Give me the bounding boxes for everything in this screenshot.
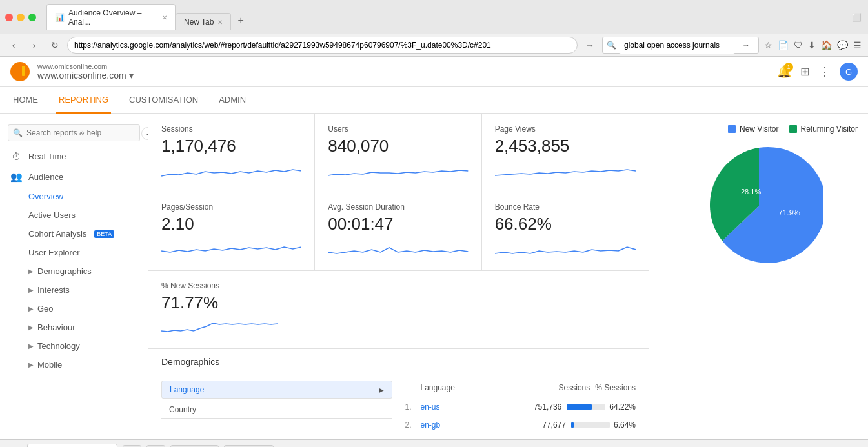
sidebar-item-active-users[interactable]: Active Users [0, 206, 148, 224]
new-tab-button[interactable]: + [231, 11, 250, 30]
nav-reporting[interactable]: REPORTING [56, 87, 111, 114]
new-sessions-value: 71.77% [161, 293, 636, 313]
metric-pages-session: Pages/Session 2.10 [148, 192, 315, 270]
demographics-section: Demographics Language ▶ Country [148, 349, 649, 439]
chevron-right-icon: ▶ [28, 305, 34, 312]
shield-icon[interactable]: 🛡 [792, 39, 804, 52]
lang-link-1[interactable]: en-us [421, 402, 440, 412]
sidebar-item-overview[interactable]: Overview [0, 187, 148, 206]
lang-link-2[interactable]: en-gb [421, 421, 441, 430]
pageviews-sparkline [495, 160, 636, 179]
sidebar-item-behaviour[interactable]: ▶ Behaviour [0, 318, 148, 337]
new-sessions-sparkline [161, 317, 278, 336]
new-sessions-row: % New Sessions 71.77% [148, 271, 649, 349]
sidebar-item-mobile[interactable]: ▶ Mobile [0, 355, 148, 374]
sidebar-item-geo[interactable]: ▶ Geo [0, 299, 148, 318]
tab-close-icon[interactable]: ✕ [162, 14, 167, 21]
user-explorer-label: User Explorer [28, 248, 79, 257]
language-arrow-icon: ▶ [379, 386, 384, 393]
bounce-rate-label: Bounce Rate [495, 203, 636, 212]
url-bar[interactable] [67, 37, 578, 54]
new-sessions-label: % New Sessions [161, 281, 636, 290]
col-sessions: Sessions [559, 383, 590, 392]
demographics-cols: Language ▶ Country [161, 381, 636, 433]
language-filter-item[interactable]: Language ▶ [161, 381, 392, 399]
go-button[interactable]: → [581, 37, 598, 54]
browser-search-input[interactable] [619, 37, 735, 54]
refresh-button[interactable]: ↻ [46, 37, 63, 54]
window-controls [5, 14, 36, 21]
sidebar-audience-sub: Overview Active Users Cohort Analysis BE… [0, 187, 148, 374]
interests-label: Interests [37, 285, 70, 295]
sidebar-item-audience[interactable]: 👥 Audience [0, 166, 148, 187]
account-dropdown-icon[interactable]: ▾ [129, 70, 134, 81]
realtime-icon: ⏱ [10, 151, 22, 162]
reader-icon[interactable]: 📄 [776, 39, 790, 52]
forward-button[interactable]: › [26, 37, 43, 54]
behaviour-label: Behaviour [37, 323, 76, 332]
apps-grid-button[interactable]: ⊞ [800, 65, 810, 79]
nav-admin[interactable]: ADMIN [216, 87, 248, 114]
sidebar-search: 🔍 [8, 124, 140, 141]
bounce-rate-sparkline [495, 238, 636, 257]
sidebar-item-user-explorer[interactable]: User Explorer [0, 243, 148, 262]
pie-chart-container: 71.9% 28.1% [660, 141, 858, 270]
sessions-val-2: 77,677 [542, 421, 566, 430]
users-label: Users [328, 124, 468, 134]
browser-toolbar: ‹ › ↻ → 🔍 → ☆ 📄 🛡 ⬇ 🏠 💬 ☰ [0, 34, 868, 56]
download-icon[interactable]: ⬇ [807, 39, 817, 52]
nav-customisation[interactable]: CUSTOMISATION [126, 87, 201, 114]
country-filter-label: Country [169, 405, 196, 414]
restore-window-button[interactable]: ⬜ [851, 12, 863, 23]
sidebar-item-interests[interactable]: ▶ Interests [0, 281, 148, 299]
notification-button[interactable]: 🔔 1 [777, 65, 791, 79]
content-wrapper: Sessions 1,170,476 Users 840,070 [148, 114, 868, 439]
back-button[interactable]: ‹ [5, 37, 22, 54]
legend-new-visitor: New Visitor [728, 124, 778, 134]
search-submit-button[interactable]: → [738, 37, 754, 54]
minimize-window-button[interactable] [17, 14, 25, 21]
country-filter-item[interactable]: Country [161, 401, 392, 419]
ga-account-url: www.omicsonline.com [37, 63, 134, 70]
legend-returning-visitor: Returning Visitor [789, 124, 858, 134]
sidebar-item-cohort-analysis[interactable]: Cohort Analysis BETA [0, 224, 148, 243]
sidebar-item-demographics[interactable]: ▶ Demographics [0, 262, 148, 281]
bookmark-icon[interactable]: ☆ [763, 39, 774, 52]
technology-label: Technology [37, 341, 80, 351]
returning-visitor-color [789, 125, 797, 133]
beta-badge: BETA [94, 230, 114, 238]
ga-content: Sessions 1,170,476 Users 840,070 [148, 114, 868, 439]
sessions-val-1: 751,736 [534, 402, 561, 412]
chat-icon[interactable]: 💬 [836, 39, 849, 52]
sidebar-collapse-button[interactable]: ◂ [141, 127, 148, 140]
browser-bottom-bar: ✕ ▲ ▼ Highlight All Match Case 2 of 2 ma… [0, 439, 868, 447]
avatar[interactable]: G [840, 63, 858, 81]
ga-nav: HOME REPORTING CUSTOMISATION ADMIN [0, 87, 868, 114]
nav-home[interactable]: HOME [10, 87, 41, 114]
inactive-tab-close-icon[interactable]: ✕ [217, 19, 223, 26]
users-value: 840,070 [328, 136, 468, 156]
demographics-header: Demographics [161, 349, 636, 375]
close-window-button[interactable] [5, 14, 13, 21]
new-visitor-pct-label: 71.9% [778, 208, 800, 217]
inactive-tab[interactable]: New Tab ✕ [176, 13, 231, 30]
metric-users: Users 840,070 [315, 114, 481, 192]
svg-rect-2 [22, 66, 25, 76]
more-options-button[interactable]: ⋮ [819, 65, 831, 79]
demographics-title: Demographics [161, 357, 219, 367]
returning-visitor-label: Returning Visitor [801, 124, 858, 134]
pageviews-value: 2,453,855 [495, 136, 636, 156]
home-icon[interactable]: 🏠 [820, 39, 833, 52]
sidebar-item-realtime[interactable]: ⏱ Real Time [0, 146, 148, 166]
close-find-button[interactable]: ✕ [5, 442, 22, 447]
search-input[interactable] [8, 124, 140, 141]
menu-icon[interactable]: ☰ [852, 39, 863, 52]
find-in-page-input[interactable] [27, 444, 117, 447]
inactive-tab-title: New Tab [184, 17, 214, 26]
sidebar-item-technology[interactable]: ▶ Technology [0, 337, 148, 355]
maximize-window-button[interactable] [28, 14, 36, 21]
pages-session-sparkline [161, 238, 301, 257]
active-tab[interactable]: 📊 Audience Overview – Anal... ✕ [46, 4, 176, 30]
ga-main: ◂ 🔍 ⏱ Real Time 👥 Audience Overview [0, 114, 868, 439]
chevron-right-icon: ▶ [28, 361, 34, 368]
